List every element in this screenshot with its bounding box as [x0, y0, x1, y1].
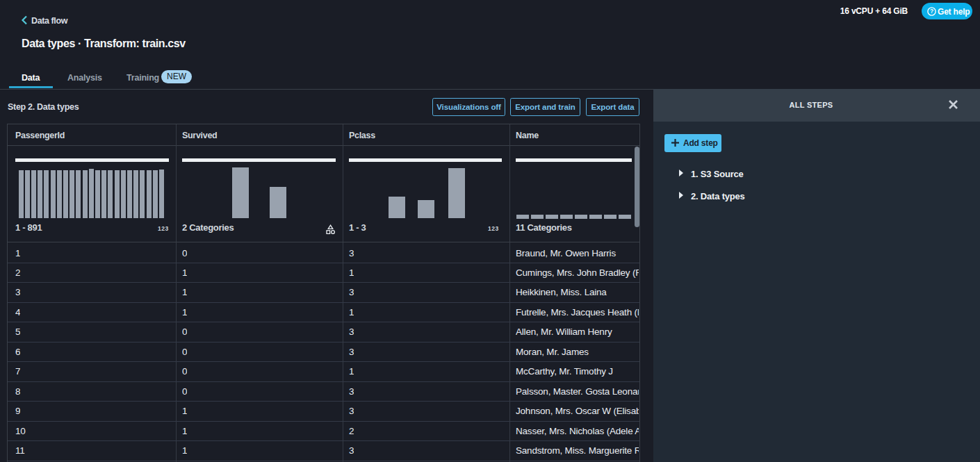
svg-text:?: ?: [930, 8, 933, 15]
